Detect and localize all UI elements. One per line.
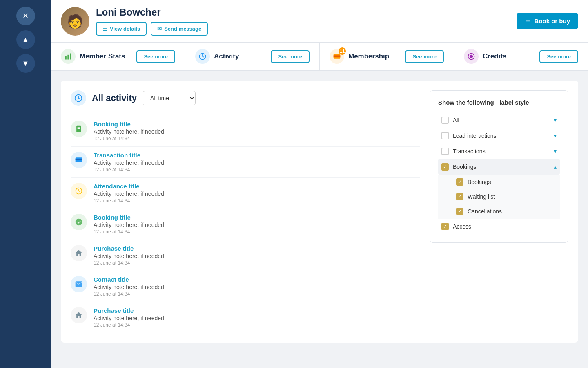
time-filter-select[interactable]: All time Last 7 days Last 30 days Last 9… bbox=[143, 91, 196, 105]
filter-bookings-group: ✓ Bookings ▴ ✓ Bookings ✓ Waiting list bbox=[438, 159, 560, 219]
filter-row-transactions-left: Transactions bbox=[441, 148, 486, 155]
main-content: 🧑 Loni Bowcher ☰ View details ✉ Send mes… bbox=[51, 0, 588, 368]
svg-rect-0 bbox=[65, 56, 67, 60]
tab-member-stats-label: Member Stats bbox=[61, 49, 125, 64]
book-or-buy-button[interactable]: ＋ Book or buy bbox=[517, 13, 578, 29]
chevron-up-icon: ▴ bbox=[554, 164, 557, 170]
membership-see-more[interactable]: See more bbox=[405, 50, 444, 63]
activity-item: Purchase title Activity note here, if ne… bbox=[71, 302, 420, 333]
activity-item: Contact title Activity note here, if nee… bbox=[71, 271, 420, 302]
activity-item-icon-3 bbox=[71, 183, 87, 199]
filter-checkbox-transactions[interactable] bbox=[441, 148, 449, 155]
scroll-down-button[interactable]: ▼ bbox=[16, 54, 35, 73]
avatar-image: 🧑 bbox=[61, 7, 89, 36]
filter-panel-title: Show the following - label style bbox=[438, 99, 560, 106]
header-left: 🧑 Loni Bowcher ☰ View details ✉ Send mes… bbox=[61, 7, 208, 36]
activity-item-note-7: Activity note here, if needed bbox=[94, 315, 164, 321]
activity-item-note-1: Activity note here, if needed bbox=[94, 128, 164, 135]
activity-item-time-4: 12 June at 14:34 bbox=[94, 229, 164, 235]
activity-title: All activity bbox=[92, 93, 137, 103]
plus-icon: ＋ bbox=[525, 17, 531, 25]
filter-panel: Show the following - label style All ▾ L… bbox=[430, 90, 568, 243]
tab-member-stats[interactable]: Member Stats See more bbox=[51, 43, 185, 70]
filter-sub-checkbox-waiting[interactable]: ✓ bbox=[456, 193, 463, 200]
activity-item: Attendance title Activity note here, if … bbox=[71, 178, 420, 209]
activity-item-text-7: Purchase title Activity note here, if ne… bbox=[94, 307, 164, 328]
activity-item-title-3: Attendance title bbox=[94, 183, 164, 190]
tab-credits[interactable]: Credits See more bbox=[454, 43, 588, 70]
filter-subitem-waiting-list[interactable]: ✓ Waiting list bbox=[453, 189, 560, 204]
svg-rect-2 bbox=[70, 54, 71, 60]
sidebar: ✕ ▲ ▼ bbox=[0, 0, 51, 368]
filter-sub-label-cancellations: Cancellations bbox=[468, 208, 502, 215]
tabs-bar: Member Stats See more Activity See more … bbox=[51, 43, 588, 71]
svg-point-7 bbox=[470, 55, 473, 58]
activity-item-time-5: 12 June at 14:34 bbox=[94, 260, 164, 266]
activity-item-note-4: Activity note here, if needed bbox=[94, 222, 164, 228]
activity-item-text-5: Purchase title Activity note here, if ne… bbox=[94, 245, 164, 266]
filter-row-lead-interactions[interactable]: Lead interactions ▾ bbox=[438, 128, 560, 144]
chevron-down-icon: ▼ bbox=[22, 59, 29, 68]
activity-item-icon-5 bbox=[71, 245, 87, 261]
close-button[interactable]: ✕ bbox=[16, 7, 35, 25]
activity-card: All activity All time Last 7 days Last 3… bbox=[61, 81, 578, 343]
member-stats-icon bbox=[61, 49, 76, 64]
activity-see-more[interactable]: See more bbox=[271, 50, 310, 63]
filter-row-access-left: ✓ Access bbox=[441, 223, 471, 230]
svg-rect-1 bbox=[67, 55, 69, 60]
member-stats-see-more[interactable]: See more bbox=[136, 50, 175, 63]
chevron-down-icon: ▾ bbox=[554, 148, 557, 155]
activity-item-icon-1 bbox=[71, 121, 87, 137]
filter-row-bookings[interactable]: ✓ Bookings ▴ bbox=[438, 159, 560, 175]
filter-bookings-subitems: ✓ Bookings ✓ Waiting list ✓ Cancellation… bbox=[438, 175, 560, 219]
activity-item-text-3: Attendance title Activity note here, if … bbox=[94, 183, 164, 204]
filter-row-bookings-left: ✓ Bookings bbox=[441, 163, 477, 171]
filter-checkbox-all[interactable] bbox=[441, 117, 449, 124]
activity-item: Booking title Activity note here, if nee… bbox=[71, 116, 420, 147]
filter-row-transactions[interactable]: Transactions ▾ bbox=[438, 144, 560, 159]
filter-sub-label-waiting: Waiting list bbox=[468, 193, 495, 200]
activity-item-title-6: Contact title bbox=[94, 276, 164, 283]
membership-icon-wrap: 11 bbox=[330, 49, 344, 64]
activity-item-title-7: Purchase title bbox=[94, 307, 164, 314]
activity-item-title-5: Purchase title bbox=[94, 245, 164, 252]
filter-checkbox-lead[interactable] bbox=[441, 132, 449, 139]
avatar: 🧑 bbox=[61, 7, 89, 36]
scroll-up-button[interactable]: ▲ bbox=[16, 30, 35, 49]
activity-item-note-5: Activity note here, if needed bbox=[94, 253, 164, 259]
filter-row-all[interactable]: All ▾ bbox=[438, 112, 560, 128]
svg-rect-5 bbox=[334, 56, 341, 57]
credits-see-more[interactable]: See more bbox=[539, 50, 578, 63]
close-icon: ✕ bbox=[22, 11, 29, 20]
content-area: All activity All time Last 7 days Last 3… bbox=[51, 71, 588, 368]
filter-checkbox-access[interactable]: ✓ bbox=[441, 223, 449, 230]
activity-item-time-2: 12 June at 14:34 bbox=[94, 167, 164, 173]
header-actions: ☰ View details ✉ Send message bbox=[96, 22, 208, 36]
user-name: Loni Bowcher bbox=[96, 7, 208, 18]
activity-item: Booking title Activity note here, if nee… bbox=[71, 209, 420, 240]
filter-subitem-bookings[interactable]: ✓ Bookings bbox=[453, 175, 560, 189]
svg-point-15 bbox=[76, 219, 82, 226]
tab-activity[interactable]: Activity See more bbox=[185, 43, 320, 70]
filter-subitem-cancellations[interactable]: ✓ Cancellations bbox=[453, 204, 560, 219]
tab-membership-label: 11 Membership bbox=[330, 49, 389, 64]
filter-row-lead-left: Lead interactions bbox=[441, 132, 497, 139]
send-message-button[interactable]: ✉ Send message bbox=[151, 22, 208, 36]
svg-rect-13 bbox=[76, 159, 82, 160]
tab-membership[interactable]: 11 Membership See more bbox=[320, 43, 454, 70]
credits-icon bbox=[464, 49, 479, 64]
filter-row-all-left: All bbox=[441, 117, 459, 124]
filter-label-transactions: Transactions bbox=[453, 148, 486, 155]
filter-row-access[interactable]: ✓ Access bbox=[438, 219, 560, 234]
activity-item-title-2: Transaction title bbox=[94, 152, 164, 159]
view-details-icon: ☰ bbox=[102, 26, 107, 32]
filter-checkbox-bookings[interactable]: ✓ bbox=[441, 163, 449, 171]
view-details-button[interactable]: ☰ View details bbox=[96, 22, 147, 36]
activity-item-text-1: Booking title Activity note here, if nee… bbox=[94, 121, 164, 141]
filter-sub-checkbox-bookings[interactable]: ✓ bbox=[456, 178, 463, 186]
all-activity-icon bbox=[71, 90, 86, 106]
filter-sub-checkbox-cancellations[interactable]: ✓ bbox=[456, 208, 463, 215]
filter-label-access: Access bbox=[453, 223, 471, 230]
message-icon: ✉ bbox=[157, 26, 162, 32]
filter-label-all: All bbox=[453, 117, 459, 123]
